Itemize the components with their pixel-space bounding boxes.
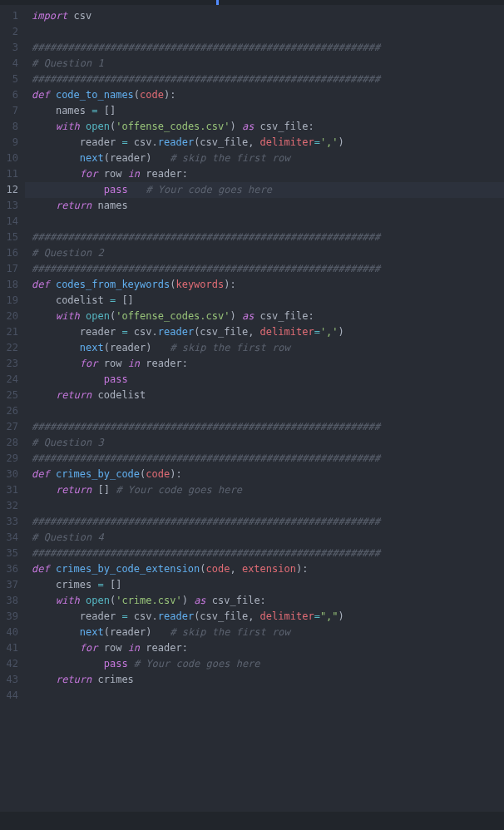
code-line[interactable]: ########################################… <box>32 40 504 56</box>
code-line[interactable]: reader = csv.reader(csv_file, delimiter=… <box>32 609 504 625</box>
code-line[interactable]: reader = csv.reader(csv_file, delimiter=… <box>32 135 504 151</box>
code-line[interactable]: # Question 2 <box>32 245 504 261</box>
line-number: 37 <box>0 577 18 593</box>
line-number: 19 <box>0 293 18 309</box>
code-line[interactable] <box>32 498 504 514</box>
line-number: 7 <box>0 103 18 119</box>
code-line[interactable]: with open('offense_codes.csv') as csv_fi… <box>32 309 504 324</box>
line-number: 21 <box>0 324 18 340</box>
line-number: 24 <box>0 372 18 388</box>
code-line[interactable]: crimes = [] <box>32 577 504 593</box>
line-number: 41 <box>0 640 18 656</box>
line-number: 14 <box>0 214 18 230</box>
code-line[interactable]: def code_to_names(code): <box>32 87 504 103</box>
line-number: 13 <box>0 198 18 214</box>
line-number: 4 <box>0 56 18 72</box>
code-line[interactable]: pass # Your code goes here <box>25 182 504 198</box>
line-number-gutter: 1234567891011121314151617181920212223242… <box>0 5 25 812</box>
code-line[interactable]: ########################################… <box>32 451 504 467</box>
line-number: 1 <box>0 8 18 24</box>
code-line[interactable]: next(reader) # skip the first row <box>32 340 504 356</box>
code-line[interactable]: ########################################… <box>32 514 504 530</box>
code-line[interactable] <box>32 24 504 40</box>
line-number: 31 <box>0 482 18 498</box>
line-number: 44 <box>0 688 18 704</box>
line-number: 34 <box>0 530 18 546</box>
line-number: 33 <box>0 514 18 530</box>
code-line[interactable]: reader = csv.reader(csv_file, delimiter=… <box>32 324 504 340</box>
line-number: 43 <box>0 672 18 688</box>
line-number: 22 <box>0 340 18 356</box>
line-number: 40 <box>0 625 18 640</box>
line-number: 20 <box>0 309 18 324</box>
line-number: 25 <box>0 388 18 403</box>
code-line[interactable]: return codelist <box>32 388 504 403</box>
line-number: 28 <box>0 435 18 451</box>
line-number: 3 <box>0 40 18 56</box>
code-line[interactable]: return [] # Your code goes here <box>32 482 504 498</box>
code-line[interactable]: ########################################… <box>32 230 504 245</box>
line-number: 30 <box>0 467 18 482</box>
line-number: 29 <box>0 451 18 467</box>
line-number: 26 <box>0 403 18 419</box>
line-number: 39 <box>0 609 18 625</box>
code-line[interactable]: ########################################… <box>32 419 504 435</box>
line-number: 11 <box>0 166 18 182</box>
line-number: 12 <box>0 182 18 198</box>
line-number: 10 <box>0 151 18 166</box>
code-line[interactable]: # Question 4 <box>32 530 504 546</box>
code-line[interactable]: with open('crime.csv') as csv_file: <box>32 593 504 609</box>
code-line[interactable]: for row in reader: <box>32 166 504 182</box>
code-line[interactable] <box>32 403 504 419</box>
line-number: 38 <box>0 593 18 609</box>
code-line[interactable]: names = [] <box>32 103 504 119</box>
code-line[interactable]: def codes_from_keywords(keywords): <box>32 277 504 293</box>
code-line[interactable]: pass <box>32 372 504 388</box>
code-line[interactable]: # Question 1 <box>32 56 504 72</box>
code-line[interactable]: return crimes <box>32 672 504 688</box>
line-number: 15 <box>0 230 18 245</box>
code-line[interactable]: for row in reader: <box>32 640 504 656</box>
line-number: 32 <box>0 498 18 514</box>
code-line[interactable] <box>32 214 504 230</box>
code-line[interactable]: codelist = [] <box>32 293 504 309</box>
line-number: 42 <box>0 656 18 672</box>
code-line[interactable] <box>32 688 504 704</box>
editor-pane: 1234567891011121314151617181920212223242… <box>0 5 504 812</box>
code-line[interactable]: # Question 3 <box>32 435 504 451</box>
line-number: 2 <box>0 24 18 40</box>
code-line[interactable]: ########################################… <box>32 261 504 277</box>
line-number: 9 <box>0 135 18 151</box>
code-line[interactable]: def crimes_by_code(code): <box>32 467 504 482</box>
code-line[interactable]: ########################################… <box>32 72 504 87</box>
code-line[interactable]: import csv <box>32 8 504 24</box>
line-number: 35 <box>0 546 18 561</box>
code-line[interactable]: ########################################… <box>32 546 504 561</box>
code-line[interactable]: for row in reader: <box>32 356 504 372</box>
line-number: 18 <box>0 277 18 293</box>
line-number: 16 <box>0 245 18 261</box>
line-number: 17 <box>0 261 18 277</box>
line-number: 6 <box>0 87 18 103</box>
line-number: 5 <box>0 72 18 87</box>
status-bar <box>0 812 504 830</box>
code-line[interactable]: next(reader) # skip the first row <box>32 151 504 166</box>
line-number: 23 <box>0 356 18 372</box>
line-number: 27 <box>0 419 18 435</box>
code-line[interactable]: pass # Your code goes here <box>32 656 504 672</box>
line-number: 8 <box>0 119 18 135</box>
code-line[interactable]: return names <box>32 198 504 214</box>
line-number: 36 <box>0 561 18 577</box>
code-line[interactable]: next(reader) # skip the first row <box>32 625 504 640</box>
code-line[interactable]: def crimes_by_code_extension(code, exten… <box>32 561 504 577</box>
code-line[interactable]: with open('offense_codes.csv') as csv_fi… <box>32 119 504 135</box>
code-area[interactable]: import csv #############################… <box>25 5 504 812</box>
